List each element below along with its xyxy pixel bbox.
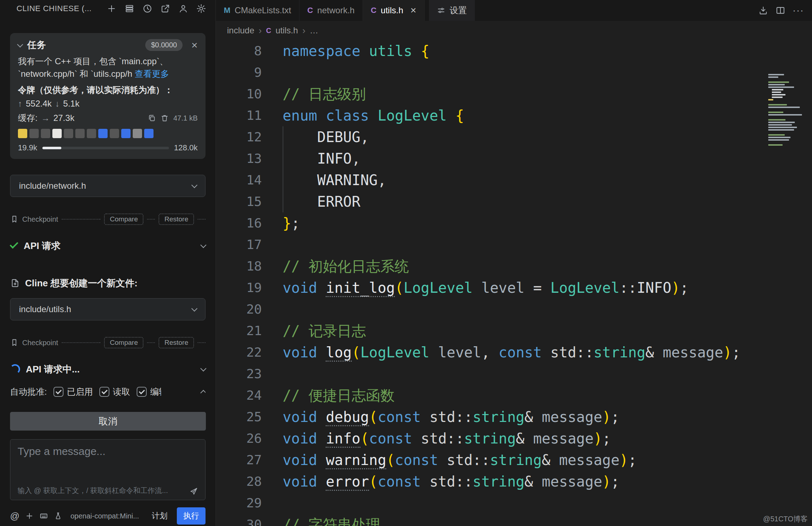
tab-label: utils.h: [381, 5, 403, 15]
context-block: [29, 129, 39, 138]
breadcrumb-folder[interactable]: include: [227, 25, 254, 36]
mcp-servers-button[interactable]: [124, 4, 134, 14]
divider: [147, 219, 155, 220]
plan-mode-button[interactable]: 计划: [148, 508, 171, 524]
more-actions-button[interactable]: ···: [793, 5, 804, 16]
new-file-row: Cline 想要创建一个新文件:: [10, 276, 206, 290]
restore-button[interactable]: Restore: [159, 213, 194, 225]
new-file-label: Cline 想要创建一个新文件:: [25, 277, 137, 290]
checkpoint-row: Checkpoint Compare Restore: [10, 213, 206, 226]
history-button[interactable]: [142, 4, 152, 14]
minimap-line: [768, 119, 785, 121]
compare-button[interactable]: Compare: [104, 213, 143, 225]
file-dropdown-utils[interactable]: include/utils.h: [10, 298, 206, 320]
split-editor-icon: [775, 5, 785, 15]
checkpoint-row: Checkpoint Compare Restore: [10, 336, 206, 349]
code-line[interactable]: 14 WARNING,: [216, 169, 812, 191]
auto-approve-enabled[interactable]: 已启用: [53, 386, 93, 398]
input-hint: 输入 @ 获取上下文，/ 获取斜杠命令和工作流...: [18, 486, 186, 496]
context-progress-fill: [42, 147, 61, 149]
code-line[interactable]: 22void log(LogLevel level, const std::st…: [216, 342, 812, 363]
code-line[interactable]: 26void info(const std::string& message);: [216, 428, 812, 449]
code-line[interactable]: 12 DEBUG,: [216, 126, 812, 148]
check-icon: [10, 240, 18, 249]
code-line[interactable]: 17: [216, 234, 812, 255]
slash-commands-button[interactable]: [39, 512, 48, 520]
cancel-button[interactable]: 取消: [10, 412, 206, 431]
code-editor[interactable]: 8namespace utils {910// 日志级别11enum class…: [216, 40, 812, 526]
model-selector[interactable]: openai-compat:Mini...: [70, 512, 139, 520]
open-in-editor-button[interactable]: [160, 4, 170, 14]
auto-approve-edit-label: 编辑: [150, 386, 161, 398]
code-line[interactable]: 24// 便捷日志函数: [216, 385, 812, 406]
task-card-header[interactable]: 任务 $0.0000 ×: [18, 39, 198, 51]
breadcrumb-symbol[interactable]: …: [310, 25, 318, 36]
restore-button[interactable]: Restore: [159, 337, 194, 348]
line-number: 30: [216, 514, 262, 526]
task-title: 任务: [27, 39, 46, 51]
chat-controls-bar: @ openai-compat:Mini... 计划 执行: [10, 508, 206, 524]
api-request-loading-row[interactable]: API 请求中...: [10, 362, 206, 376]
divider: [62, 219, 100, 220]
close-tab-button[interactable]: ×: [410, 5, 416, 15]
tab-settings[interactable]: 设置: [429, 0, 475, 21]
close-task-button[interactable]: ×: [191, 40, 198, 51]
code-line[interactable]: 11enum class LogLevel {: [216, 105, 812, 126]
tab-label: network.h: [317, 5, 355, 15]
line-number: 12: [216, 126, 262, 148]
code-lines: 8namespace utils {910// 日志级别11enum class…: [216, 40, 812, 526]
cline-sidebar: CLINE CHINESE (... 任务 $0.0000 × 我有一个 C++…: [0, 0, 216, 526]
line-number: 19: [216, 277, 262, 299]
code-line[interactable]: 13 INFO,: [216, 148, 812, 169]
tab-network-h[interactable]: C network.h: [299, 0, 363, 21]
tab-cmakelists[interactable]: M CMakeLists.txt: [216, 0, 299, 21]
delete-button[interactable]: [160, 114, 169, 122]
message-footer: 输入 @ 获取上下文，/ 获取斜杠命令和工作流...: [18, 486, 198, 496]
act-mode-button[interactable]: 执行: [177, 507, 206, 525]
auto-approve-edit[interactable]: 编辑: [137, 386, 161, 398]
add-button[interactable]: [25, 512, 34, 520]
code-line[interactable]: 25void debug(const std::string& message)…: [216, 406, 812, 428]
keyboard-icon: [39, 512, 48, 520]
copy-button[interactable]: [147, 114, 156, 122]
code-line[interactable]: 28void error(const std::string& message)…: [216, 471, 812, 492]
line-number: 26: [216, 428, 262, 449]
context-block: [18, 129, 27, 138]
minimap-line: [768, 107, 800, 108]
message-input[interactable]: [18, 445, 198, 486]
breadcrumb-file[interactable]: utils.h: [275, 25, 298, 36]
code-line[interactable]: 30// 字符串处理: [216, 514, 812, 526]
checkpoint-label: Checkpoint: [22, 215, 58, 224]
code-line[interactable]: 29: [216, 492, 812, 514]
code-line[interactable]: 15 ERROR: [216, 191, 812, 212]
code-line[interactable]: 23: [216, 363, 812, 385]
send-button[interactable]: [189, 487, 198, 496]
chevron-up-icon[interactable]: [200, 390, 206, 396]
context-used: 19.9k: [18, 143, 37, 152]
auto-approve-read[interactable]: 读取: [99, 386, 130, 398]
new-task-button[interactable]: [107, 4, 117, 14]
code-line[interactable]: 18// 初始化日志系统: [216, 255, 812, 277]
file-dropdown-network[interactable]: include/network.h: [10, 175, 206, 197]
code-line[interactable]: 27void warning(const std::string& messag…: [216, 449, 812, 471]
compare-button[interactable]: Compare: [104, 337, 143, 348]
minimap[interactable]: [767, 74, 810, 147]
mcp-button[interactable]: [54, 512, 62, 520]
settings-button[interactable]: [196, 4, 206, 14]
see-more-link[interactable]: 查看更多: [134, 69, 169, 79]
add-context-button[interactable]: @: [10, 511, 19, 522]
editor-area: M CMakeLists.txt C network.h C utils.h ×…: [216, 0, 812, 526]
code-line[interactable]: 19void init_log(LogLevel level = LogLeve…: [216, 277, 812, 299]
tab-utils-h[interactable]: C utils.h ×: [363, 0, 425, 21]
code-line[interactable]: 20: [216, 299, 812, 320]
code-line[interactable]: 10// 日志级别: [216, 83, 812, 105]
split-editor-button[interactable]: [775, 5, 785, 15]
api-request-row[interactable]: API 请求: [10, 239, 206, 253]
code-line[interactable]: 9: [216, 62, 812, 83]
download-button[interactable]: [758, 5, 768, 15]
code-line[interactable]: 16};: [216, 212, 812, 234]
account-button[interactable]: [178, 4, 188, 14]
minimap-line: [772, 97, 783, 98]
code-line[interactable]: 8namespace utils {: [216, 40, 812, 62]
code-line[interactable]: 21// 记录日志: [216, 320, 812, 342]
